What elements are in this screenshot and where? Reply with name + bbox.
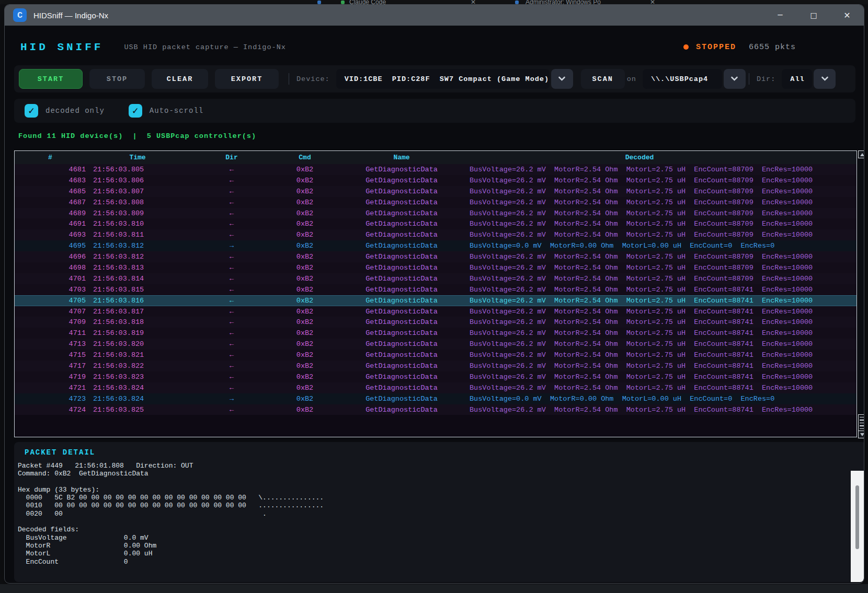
cell-time: 21:56:03.808 — [88, 199, 187, 206]
cell-num: 4705 — [15, 297, 88, 305]
packet-row[interactable]: 470721:56:03.817←0xB2GetDiagnosticDataBu… — [15, 306, 856, 317]
packet-row[interactable]: 471121:56:03.819←0xB2GetDiagnosticDataBu… — [15, 328, 856, 339]
tab-close-icon[interactable]: ✕ — [650, 0, 655, 4]
packet-count: 6655 pkts — [749, 43, 796, 52]
screen: Claude Code ✕ Administrator: Windows Po … — [0, 0, 868, 593]
cell-name: GetDiagnosticData — [334, 210, 470, 217]
packet-row[interactable]: 470321:56:03.815←0xB2GetDiagnosticDataBu… — [15, 284, 856, 295]
packet-row[interactable]: 471321:56:03.820←0xB2GetDiagnosticDataBu… — [15, 339, 856, 350]
cell-dir: ← — [187, 318, 276, 326]
detail-scrollbar[interactable] — [851, 471, 864, 582]
tab-close-icon[interactable]: ✕ — [471, 0, 476, 4]
cell-time: 21:56:03.814 — [88, 275, 187, 283]
packet-row[interactable]: 470521:56:03.816←0xB2GetDiagnosticDataBu… — [15, 295, 856, 306]
cell-cmd: 0xB2 — [276, 286, 334, 294]
dir-label: Dir: — [757, 75, 775, 83]
packet-row[interactable]: 472321:56:03.824→0xB2GetDiagnosticDataBu… — [15, 393, 856, 404]
packet-row[interactable]: 469121:56:03.810←0xB2GetDiagnosticDataBu… — [15, 218, 856, 229]
packet-row[interactable]: 472421:56:03.825←0xB2GetDiagnosticDataBu… — [15, 404, 856, 415]
background-tab-admin-powershell[interactable]: Administrator: Windows Po — [526, 0, 601, 4]
cell-num: 4695 — [15, 242, 88, 250]
packet-row[interactable]: 471721:56:03.822←0xB2GetDiagnosticDataBu… — [15, 361, 856, 371]
packet-row[interactable]: 471921:56:03.823←0xB2GetDiagnosticDataBu… — [15, 371, 856, 382]
cell-dec: BusVoltage=26.2 mV MotorR=2.54 Ohm Motor… — [470, 264, 856, 272]
table-scrollbar[interactable] — [858, 150, 864, 438]
cell-cmd: 0xB2 — [276, 329, 334, 337]
direction-dropdown-button[interactable] — [814, 69, 836, 89]
packet-row[interactable]: 468321:56:03.806←0xB2GetDiagnosticDataBu… — [15, 175, 856, 186]
column-header-cmd: Cmd — [276, 154, 334, 161]
packet-row[interactable]: 469621:56:03.812←0xB2GetDiagnosticDataBu… — [15, 251, 856, 262]
scroll-down-button[interactable] — [858, 431, 864, 438]
cell-dec: BusVoltage=26.2 mV MotorR=2.54 Ohm Motor… — [470, 210, 856, 217]
packet-row[interactable]: 471521:56:03.821←0xB2GetDiagnosticDataBu… — [15, 350, 856, 361]
cell-dec: BusVoltage=0.0 mV MotorR=0.00 Ohm MotorL… — [470, 395, 856, 403]
cell-dec: BusVoltage=26.2 mV MotorR=2.54 Ohm Motor… — [470, 318, 856, 326]
packet-row[interactable]: 469521:56:03.812→0xB2GetDiagnosticDataBu… — [15, 240, 856, 251]
packet-row[interactable]: 472121:56:03.824←0xB2GetDiagnosticDataBu… — [15, 382, 856, 393]
divider — [289, 73, 289, 85]
cell-num: 4717 — [15, 362, 88, 370]
export-button[interactable]: EXPORT — [215, 69, 279, 89]
cell-cmd: 0xB2 — [276, 210, 334, 217]
maximize-button[interactable]: □ — [797, 5, 830, 26]
cell-time: 21:56:03.819 — [88, 329, 187, 337]
cell-dec: BusVoltage=26.2 mV MotorR=2.54 Ohm Motor… — [470, 340, 856, 348]
cell-num: 4721 — [15, 384, 88, 392]
scrollbar-thumb[interactable] — [858, 414, 864, 431]
cell-dir: ← — [187, 406, 276, 414]
scan-button[interactable]: SCAN — [581, 69, 625, 89]
cell-dir: ← — [187, 384, 276, 392]
scroll-up-button[interactable] — [858, 150, 864, 158]
packet-row[interactable]: 468721:56:03.808←0xB2GetDiagnosticDataBu… — [15, 197, 856, 208]
background-tab-claude-code[interactable]: Claude Code — [349, 0, 386, 4]
packet-detail-title: PACKET DETAIL — [25, 448, 95, 457]
device-select[interactable]: VID:1CBE PID:C28F SW7 Compact (Game Mode… — [336, 69, 550, 89]
packet-row[interactable]: 468121:56:03.805←0xB2GetDiagnosticDataBu… — [15, 164, 856, 175]
device-dropdown-button[interactable] — [551, 69, 573, 89]
divider — [749, 73, 749, 85]
filter-bar: ✓ decoded only ✓ Auto-scroll — [14, 99, 855, 123]
start-button[interactable]: START — [19, 69, 83, 89]
detail-scrollbar-thumb[interactable] — [855, 485, 859, 549]
packet-row[interactable]: 470921:56:03.818←0xB2GetDiagnosticDataBu… — [15, 317, 856, 328]
cell-cmd: 0xB2 — [276, 362, 334, 370]
cell-dec: BusVoltage=26.2 mV MotorR=2.54 Ohm Motor… — [470, 329, 856, 337]
packet-row[interactable]: 469821:56:03.813←0xB2GetDiagnosticDataBu… — [15, 262, 856, 273]
close-button[interactable]: ✕ — [830, 5, 864, 26]
on-label: on — [627, 75, 636, 83]
cell-cmd: 0xB2 — [276, 395, 334, 403]
background-window-strip: Claude Code ✕ Administrator: Windows Po … — [0, 0, 868, 4]
cell-dir: ← — [187, 166, 276, 173]
stop-button[interactable]: STOP — [89, 69, 145, 89]
cell-num: 4685 — [15, 188, 88, 195]
cell-dir: ← — [187, 275, 276, 283]
direction-select[interactable]: All — [782, 69, 812, 89]
autoscroll-checkbox[interactable]: ✓ — [129, 104, 142, 118]
interface-dropdown-button[interactable] — [724, 69, 746, 89]
cell-time: 21:56:03.817 — [88, 308, 187, 316]
chevron-down-icon — [821, 76, 829, 82]
cell-name: GetDiagnosticData — [334, 188, 470, 195]
column-header-name: Name — [334, 154, 470, 161]
toolbar: START STOP CLEAR EXPORT Device: VID:1CBE… — [14, 65, 855, 92]
window-title: HIDSniff — Indigo-Nx — [33, 11, 108, 20]
packet-row[interactable]: 468921:56:03.809←0xB2GetDiagnosticDataBu… — [15, 208, 856, 219]
column-header-time: Time — [88, 154, 187, 161]
chevron-down-icon — [730, 76, 738, 82]
cell-dec: BusVoltage=0.0 mV MotorR=0.00 Ohm MotorL… — [470, 242, 856, 250]
cell-dec: BusVoltage=26.2 mV MotorR=2.54 Ohm Motor… — [470, 199, 856, 206]
tab-icon — [515, 1, 519, 4]
cell-cmd: 0xB2 — [276, 275, 334, 283]
app-icon: C — [13, 8, 27, 22]
packet-row[interactable]: 469321:56:03.811←0xB2GetDiagnosticDataBu… — [15, 229, 856, 240]
clear-button[interactable]: CLEAR — [152, 69, 208, 89]
decoded-only-checkbox[interactable]: ✓ — [25, 104, 38, 118]
titlebar[interactable]: C HIDSniff — Indigo-Nx ─ □ ✕ — [5, 5, 864, 26]
cell-num: 4724 — [15, 406, 88, 414]
cell-time: 21:56:03.815 — [88, 286, 187, 294]
packet-row[interactable]: 468521:56:03.807←0xB2GetDiagnosticDataBu… — [15, 186, 856, 197]
interface-select[interactable]: \\.\USBPcap4 — [643, 69, 722, 89]
minimize-button[interactable]: ─ — [763, 5, 797, 26]
packet-row[interactable]: 470121:56:03.814←0xB2GetDiagnosticDataBu… — [15, 273, 856, 284]
